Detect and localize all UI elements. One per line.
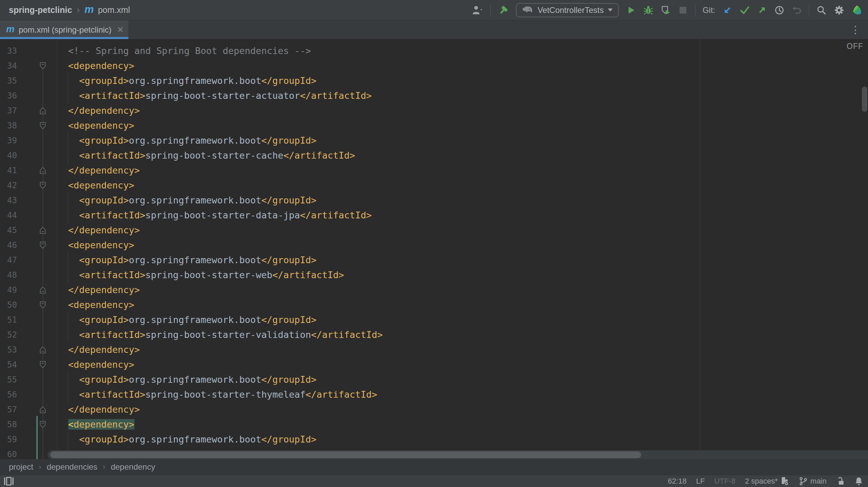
code-line-text[interactable]: <groupId>org.springframework.boot</group… [57,432,317,447]
build-button[interactable] [498,4,509,17]
notifications-button[interactable] [854,476,863,486]
indent-widget[interactable]: 2 spaces* [745,477,778,486]
caret-position-widget[interactable]: 62:18 [668,477,687,486]
line-number[interactable]: 37 [0,103,17,118]
fold-start-marker-icon[interactable] [39,420,46,429]
settings-button[interactable] [834,4,845,17]
code-line-text[interactable]: <dependency> [57,357,134,372]
line-number[interactable]: 45 [0,223,17,238]
breadcrumb-item-dependency[interactable]: dependency [111,462,155,472]
fold-start-marker-icon[interactable] [39,361,46,369]
git-push-button[interactable] [757,4,767,17]
code-line-text[interactable]: <groupId>org.springframework.boot</group… [57,253,317,268]
code-editor[interactable]: 33 <!-- Spring and Spring Boot dependenc… [0,39,868,459]
search-everywhere-button[interactable] [816,4,827,17]
fold-end-marker-icon[interactable] [39,346,46,354]
fold-start-marker-icon[interactable] [39,181,46,190]
fold-end-marker-icon[interactable] [39,107,46,115]
rollback-button[interactable] [792,4,802,17]
breadcrumb-item-project[interactable]: project [9,462,33,472]
close-icon[interactable]: ✕ [117,26,124,34]
code-line-text[interactable]: </dependency> [57,223,140,238]
code-style-file-gear-icon[interactable] [780,476,789,486]
line-number[interactable]: 57 [0,402,17,417]
vertical-scrollbar-thumb[interactable] [862,87,867,112]
horizontal-scrollbar[interactable] [48,450,868,459]
code-line-text[interactable]: <dependency> [57,297,134,312]
git-update-button[interactable] [722,4,733,17]
breadcrumb-project[interactable]: spring-petclinic [9,5,72,15]
code-line-text[interactable]: </dependency> [57,342,140,357]
code-line-text[interactable]: <artifactId>spring-boot-starter-thymelea… [57,387,377,402]
code-line-text[interactable]: </dependency> [57,283,140,297]
code-line-text[interactable]: <artifactId>spring-boot-starter-data-jpa… [57,208,372,223]
breadcrumb-file[interactable]: pom.xml [98,5,130,15]
line-number[interactable]: 41 [0,163,17,178]
line-number[interactable]: 60 [0,447,17,459]
code-line-text[interactable]: <groupId>org.springframework.boot</group… [57,193,317,208]
debug-button[interactable] [643,4,653,17]
code-line-text[interactable]: <dependency> [57,178,134,193]
tab-options-kebab-icon[interactable]: ⋮ [850,20,868,39]
code-line-text[interactable]: <groupId>org.springframework.boot</group… [57,372,317,387]
user-menu-button[interactable] [472,4,483,17]
line-number[interactable]: 51 [0,312,17,327]
line-number[interactable]: 53 [0,342,17,357]
line-number[interactable]: 33 [0,43,17,58]
line-number[interactable]: 48 [0,268,17,283]
code-line-text[interactable]: <dependency> [57,238,134,253]
fold-end-marker-icon[interactable] [39,166,46,175]
tool-window-switcher-button[interactable] [3,476,14,486]
line-number[interactable]: 58 [0,417,17,432]
code-line-text[interactable]: <!-- Spring and Spring Boot dependencies… [57,43,311,58]
line-number[interactable]: 50 [0,297,17,312]
line-separator-widget[interactable]: LF [696,477,705,486]
run-with-coverage-button[interactable] [661,4,671,17]
stop-button[interactable] [678,4,688,17]
code-line-text[interactable]: <artifactId>spring-boot-starter-validati… [57,327,383,342]
code-line-text[interactable]: <artifactId>spring-boot-starter-cache</a… [57,148,355,163]
fold-end-marker-icon[interactable] [39,226,46,234]
fold-end-marker-icon[interactable] [39,405,46,414]
breadcrumb-item-dependencies[interactable]: dependencies [47,462,97,472]
horizontal-scrollbar-thumb[interactable] [50,451,641,458]
fold-start-marker-icon[interactable] [39,62,46,70]
fold-start-marker-icon[interactable] [39,122,46,130]
line-number[interactable]: 47 [0,253,17,268]
code-line-text[interactable]: <dependency> [57,58,134,73]
line-number[interactable]: 59 [0,432,17,447]
line-number[interactable]: 40 [0,148,17,163]
code-line-text[interactable]: <artifactId>spring-boot-starter-actuator… [57,88,372,103]
line-number[interactable]: 54 [0,357,17,372]
code-line-text[interactable]: <groupId>org.springframework.boot</group… [57,73,317,88]
code-line-text[interactable]: <groupId>org.springframework.boot</group… [57,133,317,148]
line-number[interactable]: 43 [0,193,17,208]
line-number[interactable]: 42 [0,178,17,193]
code-line-text[interactable]: <groupId>org.springframework.boot</group… [57,312,317,327]
run-configuration-select[interactable]: VetControllerTests [516,3,619,17]
git-branch-widget[interactable]: main [799,476,827,486]
line-number[interactable]: 39 [0,133,17,148]
line-number[interactable]: 46 [0,238,17,253]
highlighting-level-badge[interactable]: OFF [847,42,863,51]
ide-plugin-logo-icon[interactable] [852,4,863,17]
git-history-button[interactable] [774,4,784,17]
tab-pom-xml[interactable]: m pom.xml (spring-petclinic) ✕ [0,20,128,39]
line-number[interactable]: 44 [0,208,17,223]
write-access-lock-button[interactable] [836,476,845,486]
line-number[interactable]: 52 [0,327,17,342]
line-number[interactable]: 55 [0,372,17,387]
line-number[interactable]: 56 [0,387,17,402]
code-line-text[interactable]: </dependency> [57,163,140,178]
run-button[interactable] [626,4,636,17]
code-line-text[interactable]: <artifactId>spring-boot-starter-web</art… [57,268,344,283]
line-number[interactable]: 35 [0,73,17,88]
line-number[interactable]: 36 [0,88,17,103]
fold-start-marker-icon[interactable] [39,301,46,309]
line-number[interactable]: 38 [0,118,17,133]
line-number[interactable]: 49 [0,283,17,297]
code-line-text[interactable]: <dependency> [57,417,134,432]
encoding-widget[interactable]: UTF-8 [714,477,735,486]
code-line-text[interactable]: </dependency> [57,402,140,417]
fold-end-marker-icon[interactable] [39,286,46,294]
